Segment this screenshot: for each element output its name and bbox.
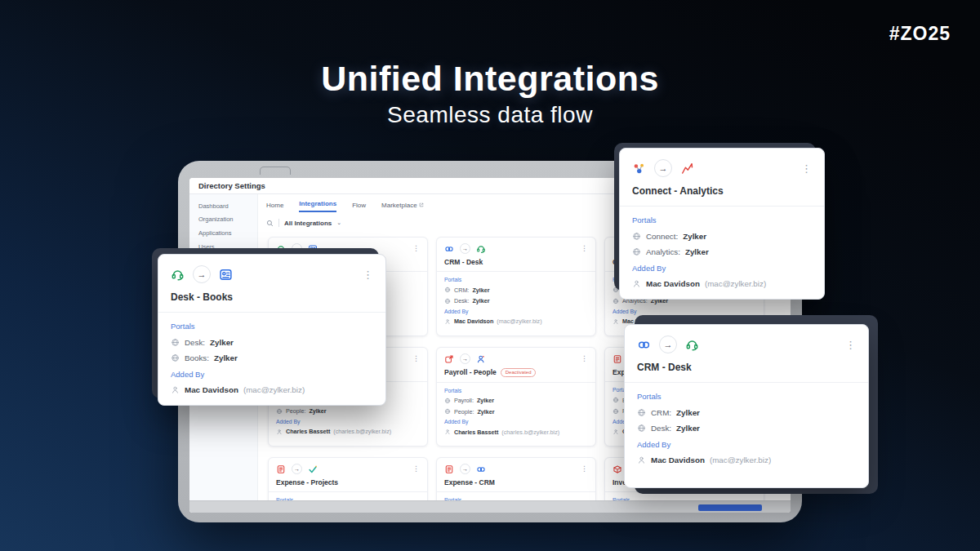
portal-app: Desk:: [454, 297, 469, 304]
added-by-row: Mac Davidson(mac@zylker.biz): [444, 318, 588, 325]
card-header: →⋮CRM - Desk: [437, 238, 595, 271]
page-title: Directory Settings: [198, 181, 265, 190]
card-header: →⋮CRM - Desk: [625, 325, 868, 382]
arrow-right-icon: →: [292, 464, 302, 474]
portal-app: CRM:: [651, 408, 671, 417]
portal-app: People:: [454, 408, 474, 415]
kebab-menu-icon[interactable]: ⋮: [412, 465, 420, 473]
card-body: PortalsCRM:ZylkerDesk:ZylkerAdded ByMac …: [437, 272, 595, 330]
globe-icon: [612, 408, 619, 415]
people-icon: [476, 354, 486, 364]
promo-stage: #ZO25 Unified Integrations Seamless data…: [0, 0, 980, 551]
tab-label: Flow: [352, 202, 366, 209]
card-header: →⋮Expense - Projects: [269, 458, 427, 491]
kebab-menu-icon[interactable]: ⋮: [581, 465, 588, 473]
divider: [278, 219, 279, 227]
crm-icon: [476, 464, 486, 474]
card-icons: →⋮: [632, 159, 812, 177]
portal-name: Zylker: [309, 407, 326, 415]
tab-home[interactable]: Home: [266, 202, 283, 212]
crm-icon: [637, 338, 651, 352]
card-title-row: Desk - Books: [171, 291, 373, 303]
portals-label: Portals: [632, 216, 812, 224]
person-icon: [171, 385, 180, 394]
added-by-email: (charles.b@zylker.biz): [501, 429, 559, 436]
arrow-right-icon: →: [193, 265, 211, 283]
person-icon: [444, 318, 451, 325]
card-body: PortalsDesk:ZylkerBooks:ZylkerAdded ByMa…: [158, 313, 385, 405]
integration-card-crm-desk[interactable]: →⋮CRM - DeskPortalsCRM:ZylkerDesk:Zylker…: [624, 324, 869, 488]
search-icon[interactable]: [266, 220, 274, 227]
taskbar-button[interactable]: [698, 504, 762, 511]
card-icons: →⋮: [444, 353, 588, 364]
desk-icon: [171, 268, 185, 282]
sidebar-item-applications[interactable]: Applications: [189, 226, 257, 240]
popup-desk-books: →⋮Desk - BooksPortalsDesk:ZylkerBooks:Zy…: [158, 254, 386, 406]
status-badge: Deactivated: [501, 368, 537, 377]
portal-app: CRM:: [454, 287, 469, 294]
added-by-label: Added By: [612, 309, 756, 314]
portal-app: Payroll:: [454, 397, 474, 404]
added-by-label: Added By: [444, 419, 588, 424]
sidebar-item-dashboard[interactable]: Dashboard: [189, 199, 257, 213]
added-by-name: Mac Davidson: [185, 385, 238, 394]
kebab-menu-icon[interactable]: ⋮: [801, 165, 812, 172]
integration-card-connect-analytics[interactable]: →⋮Connect - AnalyticsPortalsConnect:Zylk…: [619, 148, 825, 300]
tab-integrations[interactable]: Integrations: [299, 200, 336, 212]
portal-app: People:: [286, 407, 305, 415]
tab-marketplace[interactable]: Marketplace: [381, 202, 424, 212]
integration-title: Connect - Analytics: [632, 185, 724, 197]
expense-icon: [612, 354, 622, 364]
chevron-down-icon[interactable]: ⌄: [336, 220, 341, 226]
added-by-row: Mac Davidson(mac@zylker.biz): [632, 279, 812, 288]
globe-icon: [171, 353, 180, 362]
kebab-menu-icon[interactable]: ⋮: [581, 355, 588, 362]
kebab-menu-icon[interactable]: ⋮: [363, 271, 373, 278]
person-icon: [637, 455, 646, 464]
external-link-icon: [419, 202, 424, 209]
kebab-menu-icon[interactable]: ⋮: [845, 341, 856, 349]
portal-name: Zylker: [210, 338, 234, 347]
books-icon: [219, 268, 233, 282]
integration-card-payroll-people: →⋮Payroll - PeopleDeactivatedPortalsPayr…: [436, 347, 596, 447]
integration-card-desk-books[interactable]: →⋮Desk - BooksPortalsDesk:ZylkerBooks:Zy…: [158, 254, 386, 406]
kebab-menu-icon[interactable]: ⋮: [412, 245, 420, 252]
arrow-right-icon: →: [460, 464, 470, 474]
card-icons: →⋮: [444, 243, 588, 254]
tab-flow[interactable]: Flow: [352, 202, 366, 212]
bottom-taskbar: [189, 500, 791, 513]
globe-icon: [632, 232, 641, 241]
portal-row: People:Zylker: [444, 408, 588, 415]
integration-card-crm-desk: →⋮CRM - DeskPortalsCRM:ZylkerDesk:Zylker…: [436, 237, 596, 336]
integrations-filter-dropdown[interactable]: All Integrations: [284, 220, 332, 227]
added-by-label: Added By: [632, 264, 812, 273]
kebab-menu-icon[interactable]: ⋮: [412, 355, 420, 362]
portals-label: Portals: [171, 322, 373, 331]
portal-name: Zylker: [214, 353, 238, 362]
portal-row: Books:Zylker: [171, 353, 373, 362]
person-icon: [632, 279, 641, 288]
added-by-row: Charles Bassett(charles.b@zylker.biz): [276, 428, 420, 435]
popup-connect-analytics: →⋮Connect - AnalyticsPortalsConnect:Zylk…: [619, 148, 825, 300]
projects-icon: [308, 464, 318, 474]
tab-label: Integrations: [299, 200, 336, 207]
card-title-row: Expense - CRM: [444, 478, 588, 487]
portal-row: CRM:Zylker: [637, 408, 856, 417]
arrow-right-icon: →: [654, 159, 672, 177]
portal-row: Desk:Zylker: [444, 297, 588, 304]
payroll-icon: [444, 354, 454, 364]
sidebar-item-organization[interactable]: Organization: [189, 213, 257, 227]
kebab-menu-icon[interactable]: ⋮: [581, 245, 588, 252]
desk-icon: [476, 244, 486, 254]
portal-app: Books:: [185, 353, 209, 362]
card-body: PortalsCRM:ZylkerDesk:ZylkerAdded ByMac …: [625, 383, 868, 475]
banner-title: Unified Integrations: [0, 59, 980, 99]
card-icons: →⋮: [444, 464, 588, 474]
crm-icon: [444, 244, 454, 254]
person-icon: [612, 318, 619, 325]
portal-app: Analytics:: [646, 247, 680, 256]
card-title-row: Payroll - PeopleDeactivated: [444, 368, 588, 377]
integration-title: CRM - Desk: [444, 258, 483, 266]
globe-icon: [444, 298, 451, 304]
portal-row: Desk:Zylker: [171, 338, 373, 347]
